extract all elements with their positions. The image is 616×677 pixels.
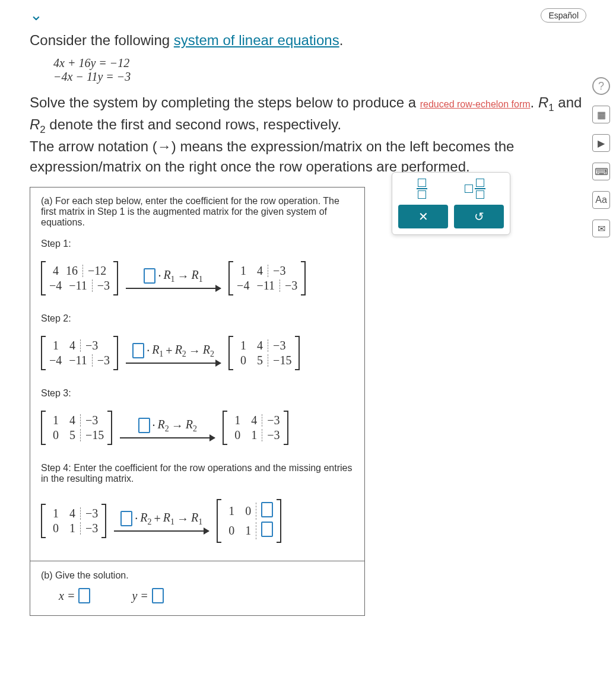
coef-input-3[interactable]	[138, 418, 150, 433]
long-arrow-icon	[114, 530, 209, 532]
matrix-3b: 14−3 01−3	[223, 411, 288, 445]
op2-expr: · R1 + R2 → R2	[132, 343, 214, 359]
fraction-tool[interactable]	[417, 179, 427, 199]
system-link[interactable]: system of linear equations	[174, 32, 339, 48]
arrow-icon: →	[189, 344, 201, 358]
calculator-icon[interactable]: ▦	[592, 106, 610, 123]
equation-1: 4x + 16y = −12	[53, 56, 586, 70]
cell: 5	[250, 353, 266, 368]
chevron-down-icon[interactable]: ⌄	[30, 6, 43, 24]
help-icon[interactable]: ?	[592, 77, 610, 95]
sub: 2	[148, 517, 152, 526]
cell: 4	[250, 338, 266, 353]
mail-icon[interactable]: ✉	[592, 220, 610, 237]
long-arrow-icon	[120, 437, 215, 438]
cell: −4	[46, 278, 65, 293]
coef-input-2[interactable]	[132, 343, 144, 358]
cell: −11	[65, 353, 91, 368]
equation-2: −4x − 11y = −3	[53, 70, 586, 84]
arrow-icon: →	[177, 512, 189, 526]
cell: −4	[233, 278, 253, 293]
matrix-1b: 14−3 −4−11−3	[228, 261, 306, 295]
step1-label: Step 1:	[41, 239, 354, 249]
matrix-3a: 14−3 05−15	[41, 411, 112, 445]
step2-row: 14−3 −4−11−3 · R1 + R2 → R2	[41, 336, 354, 370]
step3-row: 14−3 05−15 · R2 → R2 14−3 01	[41, 411, 354, 445]
r: R	[192, 268, 199, 281]
cell: 1	[46, 338, 62, 353]
r: R	[163, 511, 170, 524]
rref-link[interactable]: reduced row-echelon form	[420, 99, 531, 109]
clear-button[interactable]: ✕	[398, 205, 448, 228]
step3-label: Step 3:	[41, 388, 354, 399]
intro-text: Consider the following system of linear …	[30, 30, 586, 50]
sub: 1	[159, 349, 163, 358]
coef-input-1[interactable]	[144, 268, 155, 284]
plus: +	[154, 512, 161, 526]
cell: 4	[250, 263, 266, 278]
r: R	[158, 418, 165, 431]
cell: −3	[82, 506, 101, 521]
step2-label: Step 2:	[41, 313, 354, 324]
cell: −3	[263, 428, 283, 443]
r: R	[163, 268, 170, 281]
coef-input-4[interactable]	[120, 511, 132, 526]
cell: −3	[82, 338, 101, 353]
cell: −15	[82, 428, 107, 443]
cell: 4	[244, 413, 261, 428]
play-icon[interactable]: ▶	[592, 134, 610, 152]
intro-suffix: .	[339, 32, 344, 48]
cell: 1	[233, 338, 250, 353]
matrix-4b: 10 01	[217, 499, 281, 543]
cell: −3	[82, 521, 101, 536]
step1-row: 416−12 −4−11−3 · R1 → R1 14−3	[41, 261, 354, 295]
cell: −3	[263, 413, 283, 428]
step4-label: Step 4: Enter the coefficient for the ro…	[41, 463, 354, 484]
cell: 1	[233, 263, 250, 278]
long-arrow-icon	[126, 363, 221, 364]
sub: 2	[193, 424, 197, 433]
cell: 4	[62, 413, 79, 428]
r: R	[186, 418, 193, 431]
x-input[interactable]	[78, 588, 90, 603]
cell: −3	[269, 338, 289, 353]
text-size-icon[interactable]: Aa	[592, 191, 610, 209]
sub: 2	[182, 349, 186, 358]
sub: 1	[199, 275, 203, 284]
dot: ·	[153, 419, 155, 433]
cell: 0	[233, 353, 250, 368]
cell: −12	[84, 263, 110, 278]
r: R	[191, 511, 198, 524]
cell: −3	[94, 278, 113, 293]
cell: −15	[269, 353, 295, 368]
cell: 1	[227, 413, 244, 428]
step4-row: 14−3 01−3 · R2 + R1 → R1	[41, 499, 354, 543]
op4-expr: · R2 + R1 → R1	[120, 511, 202, 527]
cell: −3	[281, 278, 301, 293]
result-input-2[interactable]	[261, 522, 273, 537]
result-input-1[interactable]	[261, 502, 273, 517]
cell: 0	[238, 504, 255, 519]
cell: 1	[244, 428, 261, 443]
y-input[interactable]	[152, 588, 164, 603]
reset-button[interactable]: ↺	[454, 205, 504, 228]
sub: 2	[165, 424, 169, 433]
mixed-fraction-tool[interactable]	[465, 179, 485, 199]
r: R	[175, 343, 182, 356]
solve-p2: .	[531, 94, 538, 110]
cell: 1	[221, 504, 238, 519]
cell: −3	[82, 413, 101, 428]
cell: 1	[62, 521, 79, 536]
op3-expr: · R2 → R2	[138, 418, 197, 434]
cell: −3	[269, 263, 289, 278]
keyboard-icon[interactable]: ⌨	[592, 163, 610, 180]
y-label: y =	[132, 589, 148, 603]
arrow-icon: →	[172, 419, 183, 433]
part-b-desc: (b) Give the solution.	[41, 570, 354, 581]
arrow-icon: →	[177, 269, 189, 283]
solve-p4: denote the first and second rows, respec…	[46, 116, 341, 132]
language-button[interactable]: Español	[541, 8, 586, 23]
side-rail: ? ▦ ▶ ⌨ Aa ✉	[592, 77, 610, 237]
dot: ·	[147, 344, 150, 358]
cell: −11	[65, 278, 91, 293]
